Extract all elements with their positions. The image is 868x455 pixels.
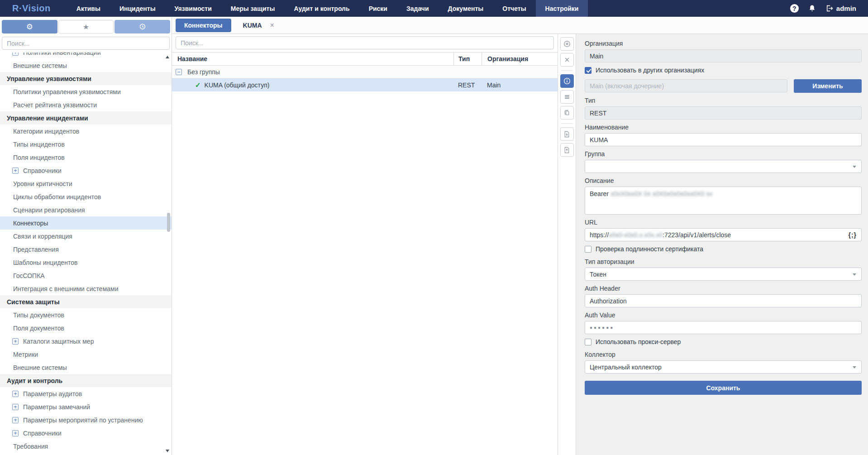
column-organization[interactable]: Организация — [482, 53, 558, 65]
sidebar-tree-item[interactable]: Сценарии реагирования — [0, 203, 172, 216]
collector-select[interactable]: Центральный коллектор — [585, 360, 862, 374]
url-input[interactable]: https://x0x0-x0x0.x.x0x.x0:7223/api/v1/a… — [585, 228, 862, 241]
notifications-bell-icon[interactable] — [808, 5, 816, 12]
sidebar-tree-item[interactable]: Типы инцидентов — [0, 138, 172, 151]
tab-history[interactable] — [114, 20, 170, 34]
import-button[interactable] — [560, 127, 574, 141]
nav-protection-measures[interactable]: Меры защиты — [221, 0, 285, 17]
tree-item-label: Внешние системы — [13, 364, 67, 371]
sidebar-tree-item[interactable]: Типы документов — [0, 308, 172, 321]
auth-header-input[interactable] — [585, 294, 862, 307]
auth-type-select[interactable]: Токен — [585, 268, 862, 281]
sidebar-tree-item[interactable]: Интеграция с внешними системами — [0, 282, 172, 295]
tab-settings-tree[interactable]: ⚙ — [2, 20, 57, 34]
save-button[interactable]: Сохранить — [585, 381, 862, 395]
help-icon[interactable]: ? — [790, 4, 799, 13]
details-button[interactable] — [560, 90, 574, 104]
sidebar-tree-item[interactable]: Циклы обработки инцидентов — [0, 190, 172, 203]
sidebar-tree-item[interactable]: Шаблоны инцидентов — [0, 256, 172, 269]
proxy-checkbox[interactable]: Использовать прокси-сервер — [585, 338, 862, 345]
name-input[interactable] — [585, 133, 862, 146]
change-button[interactable]: Изменить — [794, 79, 862, 93]
sidebar-tree-item[interactable]: Управление инцидентами — [0, 111, 172, 125]
proxy-label: Использовать прокси-сервер — [596, 338, 681, 345]
sidebar-tree-item[interactable]: Каталоги защитных мер — [0, 335, 172, 348]
expand-plus-icon[interactable] — [12, 404, 19, 410]
sidebar-tree-item[interactable]: Категории инцидентов — [0, 125, 172, 138]
cert-check-checkbox[interactable]: Проверка подлинности сертификата — [585, 245, 862, 253]
logout-icon — [825, 5, 833, 12]
scrollbar-thumb[interactable] — [167, 213, 170, 232]
sidebar-tree-item[interactable]: Аудит и контроль — [0, 374, 172, 387]
sidebar-tree-item[interactable]: Политики инвентаризации — [0, 53, 172, 59]
tab-connectors[interactable]: Коннекторы — [176, 19, 231, 32]
nav-settings[interactable]: Настройки — [536, 0, 588, 17]
expand-plus-icon[interactable] — [12, 338, 19, 345]
sidebar-tree-item[interactable]: Справочники — [0, 164, 172, 177]
template-variables-icon[interactable]: {;} — [848, 231, 857, 239]
connectors-list-pane: Название Тип Организация − Без группы ✓ … — [172, 34, 558, 455]
sidebar-search-input[interactable] — [2, 37, 170, 50]
sidebar-tree-item[interactable]: Внешние системы — [0, 59, 172, 72]
share-orgs-checkbox[interactable]: Использовать в других организациях — [585, 67, 862, 74]
tree-item-label: Метрики — [13, 351, 38, 358]
sidebar-tree-item[interactable]: Уровни критичности — [0, 177, 172, 190]
file-upload-icon — [563, 147, 570, 153]
nav-assets[interactable]: Активы — [67, 0, 110, 17]
checkbox-checked-icon[interactable] — [585, 67, 591, 74]
sidebar-tree-item[interactable]: Справочники — [0, 426, 172, 440]
nav-tasks[interactable]: Задачи — [397, 0, 439, 17]
expand-plus-icon[interactable] — [12, 53, 19, 56]
tab-kuma[interactable]: KUMA × — [237, 21, 281, 29]
checkbox-unchecked-icon[interactable] — [585, 339, 591, 345]
sidebar-tree-item[interactable]: Политики управления уязвимостями — [0, 85, 172, 98]
auth-value-input[interactable]: ●●●●●● — [585, 321, 862, 334]
group-row-no-group[interactable]: − Без группы — [172, 66, 558, 78]
scroll-down-arrow[interactable] — [166, 450, 169, 452]
column-type[interactable]: Тип — [453, 53, 482, 65]
sidebar-tree-item[interactable]: Система защиты — [0, 295, 172, 308]
sidebar-tree-item[interactable]: Поля инцидентов — [0, 151, 172, 164]
sidebar-tree-item[interactable]: Управление уязвимостями — [0, 72, 172, 85]
copy-button[interactable] — [560, 106, 574, 120]
sidebar-tree-item[interactable]: Параметры мероприятий по устранению — [0, 413, 172, 426]
sidebar-tree-item[interactable]: Требования — [0, 440, 172, 453]
sidebar-tree-item[interactable]: Представления — [0, 243, 172, 256]
add-button[interactable] — [560, 37, 574, 51]
nav-reports[interactable]: Отчеты — [493, 0, 535, 17]
user-menu[interactable]: admin — [825, 5, 856, 12]
toolbar-divider — [561, 123, 573, 124]
sidebar-tree-item[interactable]: Параметры замечаний — [0, 400, 172, 413]
sidebar-tree-item[interactable]: Расчет рейтинга уязвимости — [0, 98, 172, 111]
sidebar-tree-item[interactable]: ГосСОПКА — [0, 269, 172, 282]
auth-header-label: Auth Header — [585, 285, 862, 292]
expand-plus-icon[interactable] — [12, 391, 19, 397]
nav-documents[interactable]: Документы — [439, 0, 493, 17]
info-button[interactable] — [560, 74, 574, 88]
close-tab-icon[interactable]: × — [270, 21, 274, 29]
delete-button[interactable] — [560, 53, 574, 67]
group-select[interactable] — [585, 160, 862, 173]
collapse-minus-icon[interactable]: − — [176, 69, 182, 75]
description-textarea[interactable]: Bearer x0xX0xx0X 0x x0X0x0x0x0xx0X0 xx — [585, 187, 862, 215]
sidebar-tree-item[interactable]: Связи и корреляция — [0, 230, 172, 243]
nav-vulnerabilities[interactable]: Уязвимости — [165, 0, 221, 17]
nav-audit-control[interactable]: Аудит и контроль — [284, 0, 359, 17]
expand-plus-icon[interactable] — [12, 168, 19, 174]
checkbox-unchecked-icon[interactable] — [585, 246, 591, 253]
sidebar-tree-item[interactable]: Внешние системы — [0, 361, 172, 374]
sidebar-item-connectors[interactable]: Коннекторы — [0, 216, 172, 230]
tab-favorites[interactable]: ★ — [58, 20, 114, 34]
nav-incidents[interactable]: Инциденты — [110, 0, 165, 17]
sidebar-tree-item[interactable]: Параметры аудитов — [0, 387, 172, 400]
sidebar-tree-item[interactable]: Метрики — [0, 348, 172, 361]
expand-plus-icon[interactable] — [12, 430, 19, 436]
column-name[interactable]: Название — [172, 53, 453, 65]
expand-plus-icon[interactable] — [12, 417, 19, 423]
sidebar-tree-item[interactable]: Поля документов — [0, 321, 172, 335]
connectors-search-input[interactable] — [176, 36, 554, 49]
export-button[interactable] — [560, 143, 574, 157]
nav-risks[interactable]: Риски — [359, 0, 397, 17]
scroll-up-arrow[interactable] — [166, 56, 169, 58]
table-row-kuma[interactable]: ✓ KUMA (общий доступ) REST Main — [172, 78, 558, 91]
